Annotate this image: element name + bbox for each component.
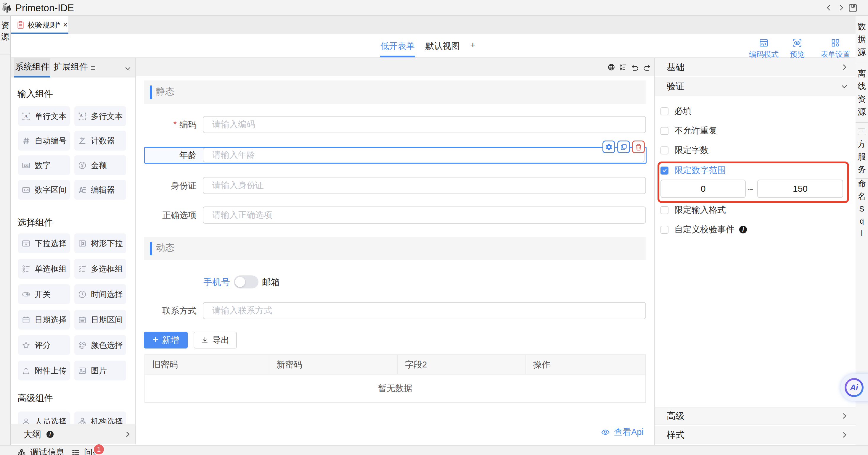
svg-text:A: A (24, 113, 28, 119)
svg-text:1~3: 1~3 (24, 189, 29, 192)
svg-text:123: 123 (23, 164, 29, 167)
svg-text:A: A (80, 113, 83, 118)
